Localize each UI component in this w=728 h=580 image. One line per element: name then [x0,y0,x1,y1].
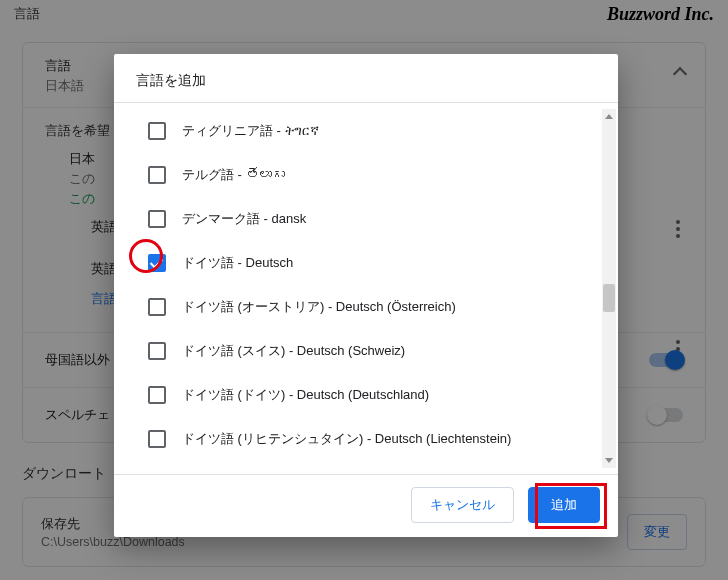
dialog-title: 言語を追加 [114,54,618,102]
checkbox[interactable] [148,122,166,140]
checkbox[interactable] [148,386,166,404]
checkbox[interactable] [148,342,166,360]
list-item[interactable]: テルグ語 - తెలుగు [114,153,618,197]
checkbox[interactable] [148,430,166,448]
list-item[interactable]: デンマーク語 - dansk [114,197,618,241]
checkbox[interactable] [148,166,166,184]
checkbox[interactable] [148,210,166,228]
cancel-button[interactable]: キャンセル [411,487,514,523]
list-item-label: ドイツ語 (スイス) - Deutsch (Schweiz) [182,342,405,360]
checkbox[interactable] [148,254,166,272]
list-item[interactable]: ティグリニア語 - ትግርኛ [114,109,618,153]
list-item-label: ドイツ語 (オーストリア) - Deutsch (Österreich) [182,298,456,316]
list-item[interactable]: ドイツ語 (スイス) - Deutsch (Schweiz) [114,329,618,373]
scroll-up-icon[interactable] [602,109,616,123]
checkbox[interactable] [148,298,166,316]
add-button[interactable]: 追加 [528,487,600,523]
list-item[interactable]: ドイツ語 - Deutsch [114,241,618,285]
language-list[interactable]: ティグリニア語 - ትግርኛ テルグ語 - తెలుగు デンマーク語 - da… [114,103,618,474]
scroll-thumb[interactable] [603,284,615,312]
add-language-dialog: 言語を追加 ティグリニア語 - ትግርኛ テルグ語 - తెలుగు デンマーク… [114,54,618,537]
list-item[interactable]: ドイツ語 (リヒテンシュタイン) - Deutsch (Liechtenstei… [114,417,618,461]
list-item-label: デンマーク語 - dansk [182,210,306,228]
list-item-label: ドイツ語 (ドイツ) - Deutsch (Deutschland) [182,386,429,404]
list-item-label: ドイツ語 (リヒテンシュタイン) - Deutsch (Liechtenstei… [182,430,511,448]
list-item-label: ドイツ語 - Deutsch [182,254,293,272]
list-item-label: テルグ語 - తెలుగు [182,166,285,184]
list-item[interactable]: ドイツ語 (ドイツ) - Deutsch (Deutschland) [114,373,618,417]
scroll-down-icon[interactable] [602,454,616,468]
list-item[interactable]: ドイツ語 (オーストリア) - Deutsch (Österreich) [114,285,618,329]
dialog-actions: キャンセル 追加 [114,475,618,537]
list-item-label: ティグリニア語 - ትግርኛ [182,122,319,140]
scrollbar[interactable] [602,109,616,468]
